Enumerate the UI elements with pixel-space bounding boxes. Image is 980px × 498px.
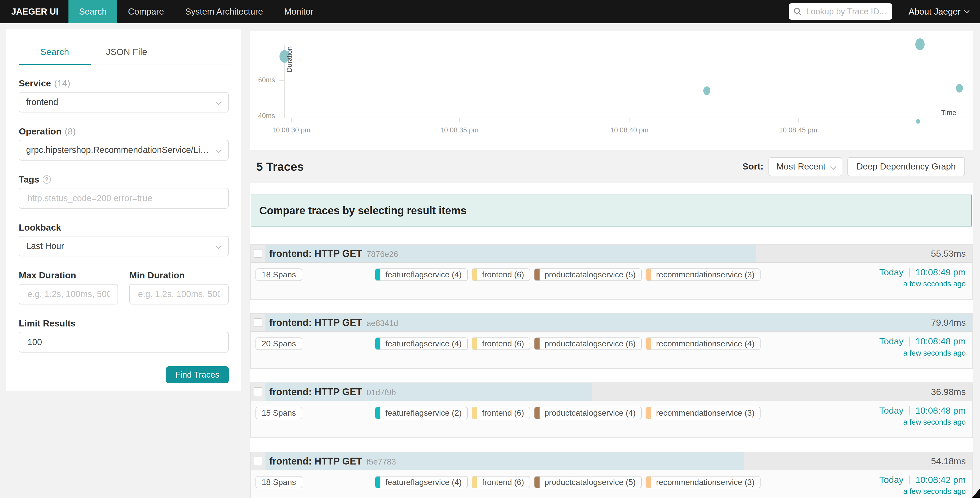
y-tick-mark — [280, 116, 285, 117]
trace-checkbox-cell — [251, 383, 266, 401]
service-tag-pill: recommendationservice (3) — [646, 407, 760, 419]
sort-select[interactable]: Most Recent — [768, 157, 842, 176]
deep-dependency-graph-button[interactable]: Deep Dependency Graph — [847, 157, 965, 176]
service-tag-label: productcatalogservice (6) — [539, 339, 641, 348]
trace-date-link[interactable]: Today — [879, 405, 904, 416]
max-duration-input-box — [19, 284, 118, 305]
scatter-point[interactable] — [956, 84, 963, 93]
trace-time-link[interactable]: 10:08:42 pm — [915, 475, 966, 485]
service-tag-pill: recommendationservice (3) — [646, 476, 760, 488]
x-tick-mark — [798, 118, 799, 123]
tab-json-file[interactable]: JSON File — [91, 42, 162, 64]
limit-results-input-box — [19, 332, 229, 353]
trace-title-block: frontend: HTTP GETf5e7783 — [269, 452, 396, 471]
trace-card-header[interactable]: frontend: HTTP GETae8341d 79.94ms — [251, 314, 972, 332]
trace-relative-time: a few seconds ago — [879, 418, 966, 426]
service-tag-label: productcatalogservice (5) — [539, 477, 641, 487]
trace-result-card[interactable]: frontend: HTTP GET01d7f9b 36.98ms 15 Spa… — [250, 383, 973, 438]
service-label: Service(14) — [19, 78, 229, 89]
operation-select-value: grpc.hipstershop.RecommendationService/L… — [26, 145, 229, 155]
trace-result-card[interactable]: frontend: HTTP GET7876e26 55.53ms 18 Spa… — [250, 244, 973, 300]
main-content: 60ms40ms 10:08:30 pm10:08:35 pm10:08:40 … — [250, 31, 973, 498]
max-duration-field: Max Duration — [19, 270, 118, 305]
service-tags: featureflagservice (2) frontend (6) prod… — [375, 407, 760, 419]
tags-input-box — [19, 188, 229, 209]
x-tick-mark — [459, 118, 460, 123]
find-traces-button[interactable]: Find Traces — [166, 366, 229, 383]
trace-card-header[interactable]: frontend: HTTP GETf5e7783 54.18ms — [251, 452, 972, 470]
duration-fields: Max Duration Min Duration — [19, 270, 229, 305]
chevron-down-icon — [830, 164, 837, 170]
span-count-pill: 18 Spans — [256, 476, 302, 488]
service-tag-pill: productcatalogservice (5) — [534, 268, 642, 281]
trace-title: frontend: HTTP GET — [269, 317, 362, 328]
trace-result-card[interactable]: frontend: HTTP GETae8341d 79.94ms 20 Spa… — [250, 313, 973, 369]
trace-time-link[interactable]: 10:08:49 pm — [915, 267, 966, 278]
x-axis-title: Time — [941, 109, 956, 117]
operation-select[interactable]: grpc.hipstershop.RecommendationService/L… — [19, 140, 229, 161]
trace-select-checkbox[interactable] — [254, 249, 262, 258]
trace-checkbox-cell — [251, 314, 266, 331]
scatter-point[interactable] — [915, 38, 925, 50]
nav-right: About Jaeger — [789, 0, 980, 23]
trace-result-card[interactable]: frontend: HTTP GETf5e7783 54.18ms 18 Spa… — [250, 452, 973, 498]
cursor-arrow — [968, 485, 980, 498]
sidebar-tabs: Search JSON File — [19, 42, 229, 65]
chevron-down-icon — [215, 99, 221, 105]
service-tag-pill: featureflagservice (4) — [375, 337, 468, 350]
service-color-swatch — [646, 338, 651, 350]
compare-banner: Compare traces by selecting result items — [251, 195, 972, 227]
service-tags: featureflagservice (4) frontend (6) prod… — [375, 268, 760, 281]
help-icon[interactable]: ? — [42, 175, 51, 184]
service-select[interactable]: frontend — [19, 92, 229, 113]
service-color-swatch — [375, 269, 380, 281]
max-duration-input[interactable] — [26, 284, 111, 304]
limit-results-input[interactable] — [26, 332, 221, 352]
scatter-point[interactable] — [703, 86, 710, 95]
tab-search[interactable]: Search — [19, 42, 91, 65]
service-tag-pill: recommendationservice (4) — [646, 337, 760, 350]
trace-select-checkbox[interactable] — [254, 456, 262, 465]
trace-lookup-input[interactable] — [805, 6, 887, 17]
nav-item-monitor[interactable]: Monitor — [274, 0, 324, 23]
service-tag-label: featureflagservice (4) — [380, 477, 467, 487]
search-sidebar: Search JSON File Service(14) frontend Op… — [6, 29, 241, 391]
trace-date-link[interactable]: Today — [879, 267, 904, 278]
app-logo[interactable]: JAEGER UI — [0, 0, 68, 23]
lookback-label: Lookback — [19, 222, 229, 233]
trace-card-header[interactable]: frontend: HTTP GET01d7f9b 36.98ms — [251, 383, 972, 401]
trace-date-link[interactable]: Today — [879, 475, 904, 485]
scatter-point[interactable] — [916, 119, 920, 124]
trace-title-block: frontend: HTTP GETae8341d — [269, 314, 398, 332]
trace-title-block: frontend: HTTP GET7876e26 — [269, 245, 398, 263]
lookback-select[interactable]: Last Hour — [19, 236, 229, 257]
time-divider — [909, 406, 910, 415]
trace-time-link[interactable]: 10:08:48 pm — [915, 405, 966, 416]
span-count-pill: 15 Spans — [256, 407, 302, 419]
service-field: Service(14) frontend — [19, 78, 229, 112]
y-tick-mark — [280, 80, 285, 81]
trace-duration: 36.98ms — [931, 383, 966, 401]
results-list-container: Compare traces by selecting result items… — [250, 183, 973, 498]
search-icon — [794, 7, 802, 16]
trace-select-checkbox[interactable] — [254, 318, 262, 327]
trace-date-link[interactable]: Today — [879, 336, 904, 346]
trace-card-header[interactable]: frontend: HTTP GET7876e26 55.53ms — [251, 245, 972, 263]
compare-banner-text: Compare traces by selecting result items — [259, 204, 466, 217]
trace-relative-time: a few seconds ago — [879, 279, 966, 288]
nav-item-compare[interactable]: Compare — [117, 0, 175, 23]
min-duration-input[interactable] — [137, 284, 221, 304]
nav-item-system-architecture[interactable]: System Architecture — [175, 0, 274, 23]
nav-item-search[interactable]: Search — [68, 0, 118, 23]
trace-time-link[interactable]: 10:08:48 pm — [915, 336, 966, 346]
jaeger-search-page: JAEGER UI Search Compare System Architec… — [0, 0, 980, 498]
chevron-down-icon — [964, 8, 969, 13]
tags-input[interactable] — [26, 188, 221, 208]
about-jaeger-menu[interactable]: About Jaeger — [908, 6, 969, 17]
trace-select-checkbox[interactable] — [254, 387, 262, 396]
sort-label: Sort: — [742, 161, 764, 172]
service-color-swatch — [535, 269, 539, 281]
service-tag-pill: frontend (6) — [472, 407, 530, 419]
span-count-pill: 18 Spans — [256, 268, 302, 281]
trace-times: Today 10:08:48 pm a few seconds ago — [879, 336, 966, 357]
